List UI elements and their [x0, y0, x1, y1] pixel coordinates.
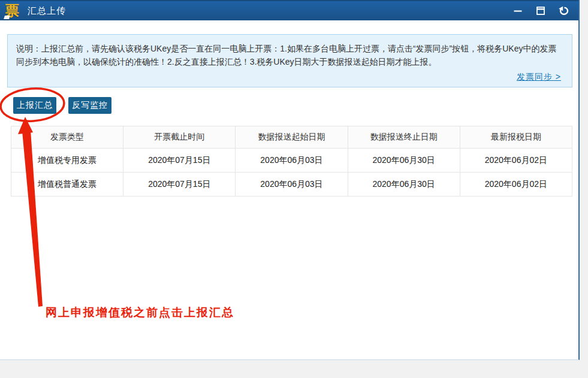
restore-button[interactable]: [534, 4, 547, 17]
table-cell: 2020年06月03日: [236, 173, 348, 196]
window-controls: [511, 4, 570, 17]
window-title: 汇总上传: [28, 5, 66, 17]
column-header-report-end-date: 数据报送终止日期: [348, 126, 460, 149]
column-header-issue-deadline: 开票截止时间: [123, 126, 236, 149]
minimize-button[interactable]: [511, 4, 524, 17]
table-cell: 2020年07月15日: [123, 173, 236, 196]
column-header-latest-filing-date: 最新报税日期: [460, 126, 572, 149]
table-cell: 2020年06月03日: [236, 149, 348, 173]
invoice-app-icon: 票: [5, 4, 19, 18]
table-cell: 2020年06月02日: [460, 173, 572, 196]
notice-text: 说明：上报汇总前，请先确认该税务UKey是否一直在同一电脑上开票：1.如果在多台…: [16, 42, 563, 68]
undo-button[interactable]: [557, 4, 570, 17]
undo-arrow-icon: [558, 6, 569, 16]
table-cell: 增值税普通发票: [11, 173, 123, 196]
app-window: 票 汇总上传 说明：上报汇总前，请先确认该: [0, 0, 580, 360]
table-cell: 2020年06月30日: [348, 173, 460, 196]
write-back-monitor-button[interactable]: 反写监控: [68, 97, 111, 114]
table-row-ordinary-invoice: 增值税普通发票 2020年07月15日 2020年06月03日 2020年06月…: [11, 173, 572, 196]
table-row-special-invoice: 增值税专用发票 2020年07月15日 2020年06月03日 2020年06月…: [11, 149, 572, 173]
restore-window-icon: [536, 6, 545, 16]
invoice-table: 发票类型 开票截止时间 数据报送起始日期 数据报送终止日期 最新报税日期 增值税…: [11, 126, 572, 196]
table-cell: 2020年06月02日: [460, 149, 572, 173]
title-bar: 票 汇总上传: [0, 0, 578, 20]
table-cell: 增值税专用发票: [11, 149, 123, 173]
table-cell: 2020年07月15日: [123, 149, 236, 173]
report-summary-button[interactable]: 上报汇总: [13, 97, 56, 114]
table-cell: 2020年06月30日: [348, 149, 460, 173]
column-header-report-start-date: 数据报送起始日期: [236, 126, 348, 149]
toolbar: 上报汇总 反写监控: [13, 97, 111, 114]
column-header-invoice-type: 发票类型: [11, 126, 123, 149]
invoice-sync-link[interactable]: 发票同步 >: [517, 70, 561, 83]
table-header-row: 发票类型 开票截止时间 数据报送起始日期 数据报送终止日期 最新报税日期: [11, 126, 572, 149]
minimize-icon: [513, 6, 523, 16]
notice-panel: 说明：上报汇总前，请先确认该税务UKey是否一直在同一电脑上开票：1.如果在多台…: [7, 34, 572, 87]
